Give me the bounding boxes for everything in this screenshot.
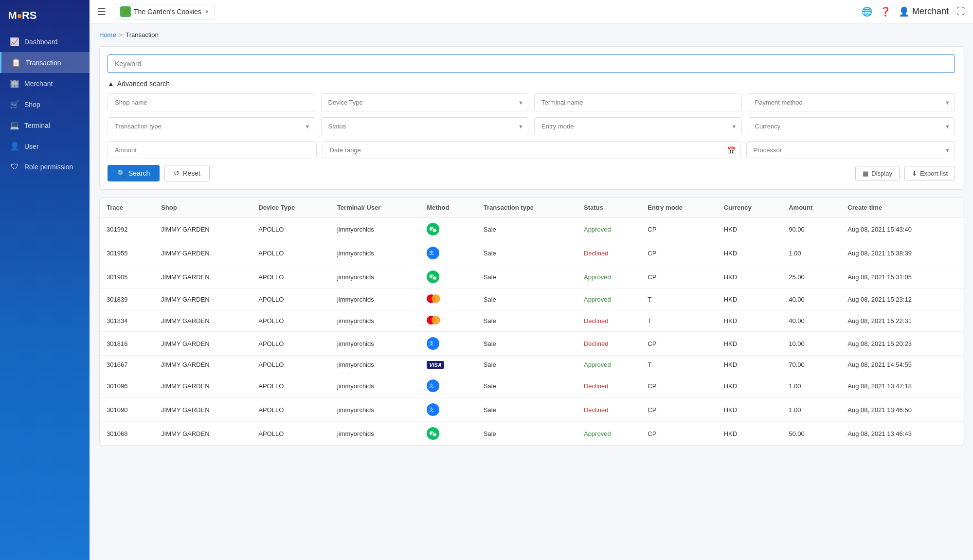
dashboard-icon: 📈	[10, 37, 19, 46]
table-header-row: TraceShopDevice TypeTerminal/ UserMethod…	[100, 198, 963, 217]
cell-method	[420, 217, 477, 241]
terminal-name-input[interactable]	[534, 93, 742, 111]
help-icon[interactable]: ❓	[880, 6, 891, 17]
export-button[interactable]: ⬇ Export list	[904, 166, 955, 181]
reset-button[interactable]: ↺ Reset	[164, 165, 210, 181]
filter-row-2: ▼ ▼ ▼ ▼	[108, 117, 955, 135]
keyword-input[interactable]	[108, 54, 955, 73]
search-panel: ▲ Advanced search ▼ ▼	[99, 46, 963, 190]
hamburger-icon[interactable]: ☰	[97, 6, 106, 18]
sidebar-item-role-permission[interactable]: 🛡Role permission	[0, 157, 90, 177]
terminal-icon: 💻	[10, 121, 19, 130]
cell-trace: 301068	[100, 422, 154, 446]
cell-amount: 90.00	[782, 217, 841, 241]
breadcrumb-home[interactable]: Home	[99, 31, 116, 38]
search-button[interactable]: 🔍 Search	[108, 165, 160, 181]
cell-amount: 10.00	[782, 332, 841, 356]
transaction-type-field: ▼	[108, 117, 315, 135]
table-row[interactable]: 301905 JIMMY GARDEN APOLLO jimmyorchids …	[100, 265, 963, 289]
cell-status: Approved	[577, 289, 641, 310]
cell-transaction-type: Sale	[477, 217, 577, 241]
breadcrumb-current: Transaction	[126, 31, 158, 38]
shop-icon: 🛒	[10, 100, 19, 109]
cell-device-type: APOLLO	[252, 374, 330, 398]
cell-method	[420, 422, 477, 446]
payment-method-input[interactable]	[748, 93, 955, 111]
table-row[interactable]: 301068 JIMMY GARDEN APOLLO jimmyorchids …	[100, 422, 963, 446]
table-row[interactable]: 301839 JIMMY GARDEN APOLLO jimmyorchids …	[100, 289, 963, 310]
transaction-type-input[interactable]	[108, 117, 315, 135]
table-row[interactable]: 301667 JIMMY GARDEN APOLLO jimmyorchids …	[100, 356, 963, 374]
sidebar-item-user[interactable]: 👤User	[0, 136, 90, 157]
expand-icon[interactable]: ⛶	[956, 6, 965, 17]
cell-currency: HKD	[717, 398, 782, 422]
sidebar-item-label: User	[24, 143, 39, 150]
device-type-input[interactable]	[321, 93, 529, 111]
user-label: Merchant	[912, 6, 949, 17]
cell-method	[420, 265, 477, 289]
currency-field: ▼	[748, 117, 955, 135]
amount-input[interactable]	[108, 141, 317, 159]
sidebar-item-label: Terminal	[24, 122, 50, 129]
cell-terminal-user: jimmyorchids	[330, 241, 420, 265]
table-row[interactable]: 301955 JIMMY GARDEN APOLLO jimmyorchids …	[100, 241, 963, 265]
table-row[interactable]: 301096 JIMMY GARDEN APOLLO jimmyorchids …	[100, 374, 963, 398]
filter-row-1: ▼ ▼	[108, 93, 955, 111]
table-row[interactable]: 301834 JIMMY GARDEN APOLLO jimmyorchids …	[100, 310, 963, 332]
cell-currency: HKD	[717, 310, 782, 332]
processor-input[interactable]	[746, 141, 955, 159]
date-range-input[interactable]	[323, 141, 740, 159]
alipay-icon: 支	[427, 247, 439, 259]
wechat-icon	[427, 427, 439, 440]
table-row[interactable]: 301992 JIMMY GARDEN APOLLO jimmyorchids …	[100, 217, 963, 241]
cell-transaction-type: Sale	[477, 289, 577, 310]
sidebar-item-dashboard[interactable]: 📈Dashboard	[0, 31, 90, 52]
col-device-type: Device Type	[252, 198, 330, 217]
processor-field: ▼	[746, 141, 955, 159]
entry-mode-input[interactable]	[534, 117, 742, 135]
mastercard-icon	[427, 316, 440, 325]
sidebar-item-terminal[interactable]: 💻Terminal	[0, 115, 90, 136]
cell-method: 支	[420, 332, 477, 356]
cell-entry-mode: CP	[641, 374, 717, 398]
table-row[interactable]: 301090 JIMMY GARDEN APOLLO jimmyorchids …	[100, 398, 963, 422]
sidebar-item-merchant[interactable]: 🏢Merchant	[0, 73, 90, 94]
alipay-icon: 支	[427, 403, 439, 416]
cell-trace: 301955	[100, 241, 154, 265]
currency-input[interactable]	[748, 117, 955, 135]
shop-name-input[interactable]	[108, 93, 315, 111]
cell-entry-mode: CP	[641, 332, 717, 356]
cell-currency: HKD	[717, 217, 782, 241]
action-right: ▦ Display ⬇ Export list	[855, 166, 955, 181]
col-currency: Currency	[717, 198, 782, 217]
store-dropdown-icon: ▼	[204, 9, 210, 15]
transaction-table: TraceShopDevice TypeTerminal/ UserMethod…	[99, 198, 963, 446]
action-row: 🔍 Search ↺ Reset ▦ Display ⬇ Ex	[108, 165, 955, 181]
status-field: ▼	[321, 117, 529, 135]
cell-terminal-user: jimmyorchids	[330, 289, 420, 310]
sidebar-item-transaction[interactable]: 📋Transaction	[0, 52, 90, 73]
amount-field	[108, 141, 317, 159]
col-amount: Amount	[782, 198, 841, 217]
user-section[interactable]: 👤 Merchant	[899, 6, 949, 17]
cell-shop: JIMMY GARDEN	[154, 289, 252, 310]
advanced-search-toggle[interactable]: ▲ Advanced search	[108, 80, 955, 88]
logo: MRS	[8, 7, 37, 24]
store-icon: 🌿	[120, 6, 131, 17]
store-selector[interactable]: 🌿 The Garden's Cookies ▼	[115, 4, 215, 19]
sidebar-item-shop[interactable]: 🛒Shop	[0, 94, 90, 115]
col-entry-mode: Entry mode	[641, 198, 717, 217]
display-button[interactable]: ▦ Display	[855, 166, 900, 181]
status-input[interactable]	[321, 117, 529, 135]
alipay-icon: 支	[427, 337, 439, 350]
cell-terminal-user: jimmyorchids	[330, 265, 420, 289]
cell-shop: JIMMY GARDEN	[154, 310, 252, 332]
globe-icon[interactable]: 🌐	[862, 6, 872, 17]
cell-device-type: APOLLO	[252, 289, 330, 310]
cell-transaction-type: Sale	[477, 422, 577, 446]
user-avatar-icon: 👤	[899, 6, 909, 17]
cell-entry-mode: CP	[641, 422, 717, 446]
cell-amount: 1.00	[782, 241, 841, 265]
cell-trace: 301834	[100, 310, 154, 332]
table-row[interactable]: 301816 JIMMY GARDEN APOLLO jimmyorchids …	[100, 332, 963, 356]
